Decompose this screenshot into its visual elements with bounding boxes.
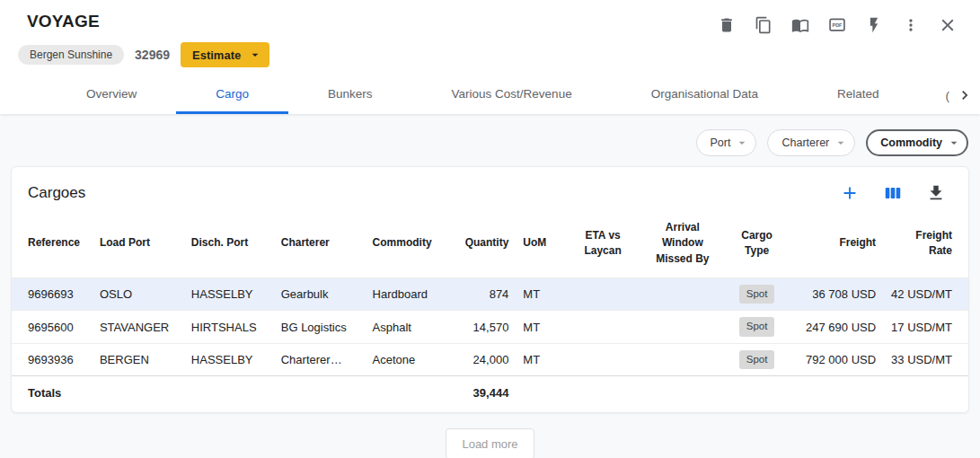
cell-load-port: STAVANGER xyxy=(93,311,184,343)
cell-cargo-type: Spot xyxy=(728,278,787,311)
cell-uom: MT xyxy=(516,343,568,375)
close-icon[interactable] xyxy=(937,14,958,36)
cell-commodity: Hardboard xyxy=(366,278,448,311)
totals-label: Totals xyxy=(12,375,93,412)
filter-charterer[interactable]: Charterer xyxy=(767,129,855,156)
filter-commodity-label: Commodity xyxy=(880,137,942,149)
cargo-type-badge: Spot xyxy=(739,350,775,369)
load-more-button[interactable]: Load more xyxy=(446,428,534,458)
column-header-freight-rate: Freight Rate xyxy=(883,213,968,278)
estimate-button-label: Estimate xyxy=(192,48,241,62)
cell-reference: 9695600 xyxy=(12,311,93,343)
cell-eta-vs-laycan xyxy=(568,311,638,343)
totals-quantity: 39,444 xyxy=(447,375,516,412)
tab-partial: ( xyxy=(919,76,950,114)
cell-arrival-window-missed-by xyxy=(638,278,728,311)
filter-bar: Port Charterer Commodity xyxy=(0,114,980,156)
chevron-down-icon xyxy=(947,136,961,150)
delete-icon[interactable] xyxy=(716,14,737,36)
cell-uom: MT xyxy=(516,278,568,311)
tab-organisational-data[interactable]: Organisational Data xyxy=(612,76,798,114)
cell-freight: 247 690 USD xyxy=(787,311,884,343)
tab-bunkers[interactable]: Bunkers xyxy=(288,76,412,114)
chevron-down-icon xyxy=(834,136,848,150)
cell-commodity: Asphalt xyxy=(366,311,448,343)
cargoes-card: Cargoes Reference Load Port Disch. Port xyxy=(11,166,969,413)
cell-freight-rate: 33 USD/MT xyxy=(883,343,968,375)
column-header-reference: Reference xyxy=(12,213,93,278)
cargoes-actions xyxy=(839,182,947,204)
chevron-down-icon xyxy=(735,136,749,150)
cell-cargo-type: Spot xyxy=(728,343,787,375)
voyage-header: VOYAGE PDF Bergen S xyxy=(0,0,980,114)
cell-freight: 792 000 USD xyxy=(787,343,884,375)
column-header-freight: Freight xyxy=(787,213,884,278)
column-header-quantity: Quantity xyxy=(447,213,516,278)
cell-eta-vs-laycan xyxy=(568,278,638,311)
header-toolbar: PDF xyxy=(716,14,958,36)
columns-icon[interactable] xyxy=(882,182,904,204)
tab-bar: Overview Cargo Bunkers Various Cost/Reve… xyxy=(0,76,980,114)
filter-charterer-label: Charterer xyxy=(781,137,829,149)
column-header-disch-port: Disch. Port xyxy=(184,213,274,278)
totals-row: Totals 39,444 xyxy=(12,375,968,412)
cell-reference: 9693936 xyxy=(12,343,93,375)
cell-disch-port: HIRTSHALS xyxy=(184,311,274,343)
svg-text:PDF: PDF xyxy=(833,22,843,28)
column-header-uom: UoM xyxy=(516,213,568,278)
journal-icon[interactable] xyxy=(790,14,811,36)
cargoes-table: Reference Load Port Disch. Port Chartere… xyxy=(12,213,968,412)
table-header-row: Reference Load Port Disch. Port Chartere… xyxy=(12,213,968,278)
filter-port-label: Port xyxy=(711,137,731,149)
table-row[interactable]: 9696693 OSLO HASSELBY Gearbulk Hardboard… xyxy=(12,278,968,311)
cell-quantity: 14,570 xyxy=(447,311,516,343)
cell-cargo-type: Spot xyxy=(728,311,787,343)
more-menu-icon[interactable] xyxy=(900,14,922,36)
cell-charterer: Charterer… xyxy=(274,343,366,375)
cell-commodity: Acetone xyxy=(366,343,448,375)
filter-commodity[interactable]: Commodity xyxy=(866,129,968,156)
tab-related[interactable]: Related xyxy=(798,76,919,114)
cell-load-port: BERGEN xyxy=(93,343,184,375)
column-header-cargo-type: Cargo Type xyxy=(728,213,787,278)
cell-freight-rate: 17 USD/MT xyxy=(883,311,968,343)
table-row[interactable]: 9695600 STAVANGER HIRTSHALS BG Logistics… xyxy=(12,311,968,343)
cargoes-title: Cargoes xyxy=(28,184,85,202)
column-header-eta-vs-laycan: ETA vs Laycan xyxy=(568,213,638,278)
flash-icon[interactable] xyxy=(863,14,885,36)
page-title: VOYAGE xyxy=(27,12,100,31)
vessel-chip[interactable]: Bergen Sunshine xyxy=(18,45,124,65)
tab-overview[interactable]: Overview xyxy=(47,76,176,114)
cell-charterer: Gearbulk xyxy=(274,278,366,311)
cell-arrival-window-missed-by xyxy=(638,343,728,375)
cargo-type-badge: Spot xyxy=(739,317,775,336)
cell-quantity: 24,000 xyxy=(447,343,516,375)
column-header-load-port: Load Port xyxy=(93,213,184,278)
tab-cargo[interactable]: Cargo xyxy=(176,76,288,114)
voyage-number: 32969 xyxy=(135,48,170,62)
cell-load-port: OSLO xyxy=(93,278,184,311)
cell-reference: 9696693 xyxy=(12,278,93,311)
tab-various-cost-revenue[interactable]: Various Cost/Revenue xyxy=(412,76,612,114)
pdf-report-icon[interactable]: PDF xyxy=(826,14,848,36)
filter-port[interactable]: Port xyxy=(696,129,757,156)
copy-icon[interactable] xyxy=(753,14,774,36)
chevron-down-icon xyxy=(248,48,262,62)
column-header-charterer: Charterer xyxy=(274,213,366,278)
cell-uom: MT xyxy=(516,311,568,343)
cell-quantity: 874 xyxy=(447,278,516,311)
tabs-scroll-right-icon[interactable] xyxy=(949,76,980,114)
cell-disch-port: HASSELBY xyxy=(184,278,274,311)
cell-eta-vs-laycan xyxy=(568,343,638,375)
column-header-arrival-window-missed-by: Arrival Window Missed By xyxy=(638,213,728,278)
cell-arrival-window-missed-by xyxy=(638,311,728,343)
cell-freight: 36 708 USD xyxy=(787,278,884,311)
download-icon[interactable] xyxy=(925,182,947,204)
cell-charterer: BG Logistics xyxy=(274,311,366,343)
add-cargo-icon[interactable] xyxy=(839,182,861,204)
estimate-button[interactable]: Estimate xyxy=(181,42,269,67)
cargo-type-badge: Spot xyxy=(739,285,775,304)
cell-disch-port: HASSELBY xyxy=(184,343,274,375)
table-row[interactable]: 9693936 BERGEN HASSELBY Charterer… Aceto… xyxy=(12,343,968,375)
cell-freight-rate: 42 USD/MT xyxy=(883,278,968,311)
